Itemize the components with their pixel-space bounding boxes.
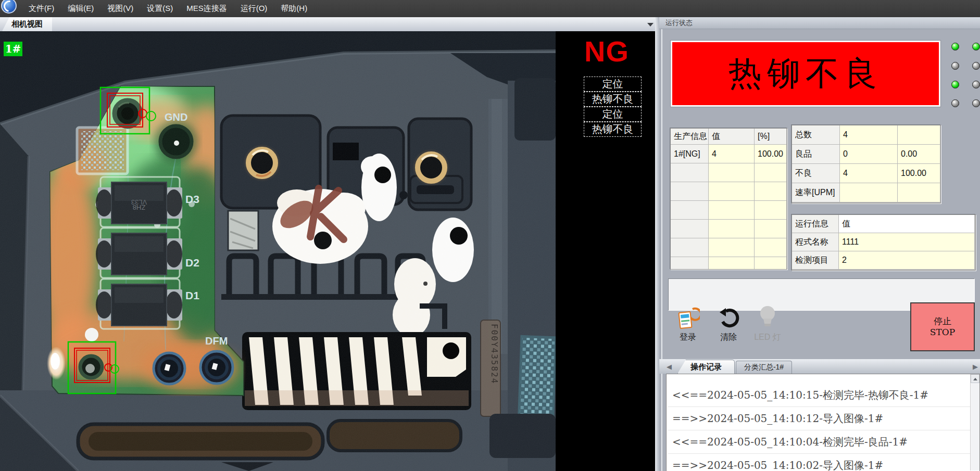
log-entry[interactable]: ==>>2024-05-05_14:10:02-导入图像-1# [668, 454, 970, 471]
stat-value [840, 183, 897, 202]
menu-view[interactable]: 视图(V) [107, 4, 133, 14]
run-label: 运行信息 [792, 215, 838, 233]
stat-percent: 100.00 [898, 164, 940, 183]
log-scrollbar[interactable] [970, 374, 979, 470]
status-light [972, 81, 980, 88]
overlay-label-2: 定位 [584, 107, 642, 122]
menu-run[interactable]: 运行(O) [241, 4, 268, 14]
status-light [972, 43, 980, 50]
overlay-label-3: 热铆不良 [584, 122, 642, 137]
status-light [951, 43, 959, 50]
stat-value: 0 [840, 145, 897, 163]
stat-percent [898, 183, 940, 202]
pcb-inspection-photo: F00Y435824 [0, 31, 556, 471]
camera-index-badge: 1# [4, 42, 22, 56]
menu-file[interactable]: 文件(F) [29, 4, 54, 14]
stat-value: 4 [840, 164, 897, 183]
scroll-up-icon[interactable] [971, 374, 979, 383]
stop-button-en: STOP [930, 327, 955, 338]
status-light [951, 62, 959, 70]
stop-button[interactable]: 停止 STOP [910, 302, 975, 351]
stat-label: 速率[UPM] [792, 183, 839, 202]
tab-class-summary[interactable]: 分类汇总-1# [736, 361, 792, 374]
overlay-label-1: 热铆不良 [584, 92, 642, 107]
menu-settings[interactable]: 设置(S) [147, 4, 173, 14]
menu-mes-connector[interactable]: MES连接器 [186, 4, 227, 14]
stat-percent [898, 125, 940, 144]
log-entry[interactable]: <<==2024-05-05_14:10:04-检测完毕-良品-1# [668, 430, 970, 454]
overlay-label-0: 定位 [584, 77, 642, 92]
result-banner: 热铆不良 [671, 41, 940, 107]
table-cell: 4 [709, 145, 754, 163]
clear-icon[interactable] [719, 307, 742, 330]
col-header: 值 [709, 129, 754, 144]
run-status-panel-title: 运行状态 [659, 17, 980, 29]
status-light [972, 99, 980, 107]
col-header: [%] [755, 129, 786, 144]
table-cell: 1#[NG] [671, 145, 708, 163]
stat-value: 4 [840, 125, 897, 144]
status-light [951, 81, 959, 88]
status-light [951, 99, 959, 107]
stat-label: 良品 [792, 145, 839, 163]
stat-label: 不良 [792, 164, 839, 183]
tab-scroll-left-icon[interactable]: ◀ [667, 363, 672, 371]
menu-bar: 文件(F) 编辑(E) 视图(V) 设置(S) MES连接器 运行(O) 帮助(… [0, 0, 980, 17]
login-button[interactable]: 登录 [672, 332, 703, 343]
login-icon[interactable] [677, 306, 700, 331]
table-cell: 100.00 [755, 145, 786, 163]
led-light-icon[interactable] [756, 304, 779, 330]
machine-vision-app: 文件(F) 编辑(E) 视图(V) 设置(S) MES连接器 运行(O) 帮助(… [0, 0, 980, 471]
stat-label: 总数 [792, 125, 839, 144]
stop-button-cn: 停止 [934, 316, 951, 327]
clear-button[interactable]: 清除 [713, 332, 744, 343]
stat-percent: 0.00 [898, 145, 940, 163]
log-entry[interactable]: ==>>2024-05-05_14:10:12-导入图像-1# [668, 407, 970, 430]
log-entry[interactable]: <<==2024-05-05_14:10:15-检测完毕-热铆不良-1# [668, 384, 970, 407]
tab-camera-view[interactable]: 相机视图 [2, 17, 52, 31]
camera-image: F00Y435824 [0, 31, 556, 471]
run-value: 1111 [839, 233, 974, 251]
run-value: 2 [839, 251, 974, 269]
stats-table: 总数 4 良品 0 0.00 不良 4 100.00 速率[UPM] [791, 125, 941, 203]
camera-tab-bar: 相机视图 [0, 17, 655, 32]
chevron-down-icon[interactable] [647, 23, 654, 27]
production-info-table: 生产信息 值 [%] 1#[NG] 4 100.00 [670, 128, 787, 270]
menu-help[interactable]: 帮助(H) [281, 4, 307, 14]
run-label: 程式名称 [792, 233, 838, 251]
inspection-result-text: NG [578, 34, 635, 68]
status-light [972, 62, 980, 70]
col-header: 生产信息 [671, 129, 708, 144]
menu-edit[interactable]: 编辑(E) [68, 4, 94, 14]
tab-scroll-right-icon[interactable]: ▶ [973, 363, 978, 371]
tab-operation-log[interactable]: 操作记录 [677, 360, 735, 374]
panel-divider[interactable] [655, 17, 659, 471]
run-value: 值 [839, 215, 974, 233]
panel-frame [661, 29, 662, 471]
run-info-table: 运行信息 值 程式名称 1111 检测项目 2 [791, 214, 976, 271]
led-light-button[interactable]: LED 灯 [752, 332, 783, 343]
run-label: 检测项目 [792, 251, 838, 269]
